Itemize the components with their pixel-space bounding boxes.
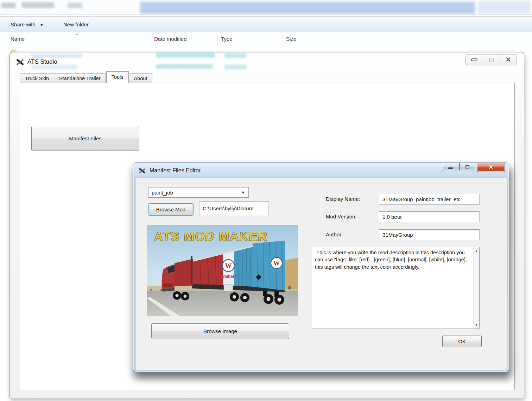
description-text: This is where you write the mod descript…	[312, 247, 473, 329]
ats-studio-tabstrip: Truck Skin Standalone Trailer Tools Abou…	[20, 72, 152, 83]
tab-tools[interactable]: Tools	[106, 71, 129, 83]
ats-studio-titlebar: ATS Studio	[16, 57, 57, 67]
desktop-blur-strip	[0, 0, 532, 14]
close-icon: ✕	[488, 164, 493, 170]
blurred-text-fragment	[68, 3, 82, 8]
truck-cab	[175, 259, 193, 286]
maximize-icon	[489, 58, 494, 62]
mod-preview-image: W W Walbert	[147, 225, 298, 316]
maximize-button[interactable]	[483, 55, 500, 65]
ok-button[interactable]: OK	[442, 336, 482, 347]
dialog-minimize-button[interactable]	[442, 163, 460, 171]
blurred-window-band	[478, 1, 531, 14]
tab-truck-skin[interactable]: Truck Skin	[20, 74, 54, 83]
svg-text:W: W	[225, 262, 232, 269]
chevron-down-icon: ▼	[238, 190, 248, 195]
trailer-brand-text: Walbert	[221, 274, 236, 279]
share-with-label: Share with	[11, 21, 36, 27]
manifest-files-editor-dialog: Manifest Files Editor ✕ paint_job ▼ Brow…	[133, 163, 509, 372]
author-field[interactable]: 31MayGroup	[379, 229, 480, 240]
description-scrollbar[interactable]: ▲ ▼	[473, 247, 479, 329]
dialog-close-button[interactable]: ✕	[477, 163, 505, 172]
minimize-button[interactable]	[466, 55, 483, 65]
sort-ascending-icon: ▲	[75, 32, 78, 36]
mod-type-dropdown[interactable]: paint_job ▼	[148, 187, 249, 198]
column-header-name[interactable]: Name	[11, 36, 25, 42]
blurred-window-band	[140, 2, 475, 14]
mod-version-label: Mod Version:	[326, 214, 357, 219]
ats-studio-title: ATS Studio	[27, 58, 57, 65]
explorer-column-headers: ▲ Name Date modified Type Size	[0, 32, 532, 49]
dialog-titlebar: Manifest Files Editor	[138, 166, 201, 175]
svg-text:W: W	[273, 260, 280, 267]
dialog-client-area: paint_job ▼ Browse Mod C:\Users\bylly\Do…	[135, 178, 507, 370]
dialog-app-icon	[139, 167, 146, 174]
mod-type-value: paint_job	[148, 190, 238, 196]
close-icon: ✕	[506, 56, 511, 63]
mod-version-field[interactable]: 1.0 beta	[379, 211, 480, 222]
browse-mod-button[interactable]: Browse Mod	[148, 203, 194, 216]
scroll-up-icon[interactable]: ▲	[474, 249, 480, 253]
new-folder-label: New folder	[63, 21, 89, 27]
trailer-side-blue	[234, 246, 253, 287]
image-caption-text: ATS MOD MAKER	[153, 229, 268, 243]
screen: Share with ▼ New folder ▲ Name Date modi…	[0, 0, 532, 401]
explorer-toolbar: Share with ▼ New folder	[0, 17, 532, 32]
display-name-label: Display Name:	[326, 196, 360, 202]
new-folder-button[interactable]: New folder	[63, 17, 89, 32]
dialog-maximize-button[interactable]	[460, 163, 475, 171]
column-header-type[interactable]: Type	[221, 36, 233, 42]
chevron-down-icon: ▼	[40, 17, 44, 33]
blurred-text-fragment	[1, 3, 15, 8]
dialog-title: Manifest Files Editor	[150, 167, 201, 174]
column-header-date-modified[interactable]: Date modified	[154, 36, 187, 42]
close-button[interactable]: ✕	[500, 55, 517, 65]
ats-studio-app-icon	[16, 58, 24, 66]
tab-standalone-trailer[interactable]: Standalone Trailer	[54, 74, 106, 83]
blurred-text-fragment	[22, 2, 54, 8]
maximize-icon	[466, 165, 469, 168]
column-header-size[interactable]: Size	[286, 36, 296, 42]
minimize-icon	[448, 167, 453, 169]
display-name-field[interactable]: 31MayGroup_paintjob_trailer_etc	[379, 194, 480, 205]
scroll-down-icon[interactable]: ▼	[474, 323, 480, 327]
browse-image-button[interactable]: Browse Image	[151, 323, 289, 339]
cliff	[283, 257, 298, 289]
manifest-files-button[interactable]: Manifest Files	[31, 126, 139, 151]
share-with-button[interactable]: Share with ▼	[11, 17, 44, 32]
window-controls: ✕	[466, 54, 517, 65]
mod-path-field[interactable]: C:\Users\bylly\Docum	[199, 201, 269, 216]
description-textarea[interactable]: This is where you write the mod descript…	[312, 247, 480, 329]
minimize-icon	[471, 58, 477, 61]
author-label: Author:	[326, 231, 343, 237]
tab-about[interactable]: About	[129, 74, 153, 83]
